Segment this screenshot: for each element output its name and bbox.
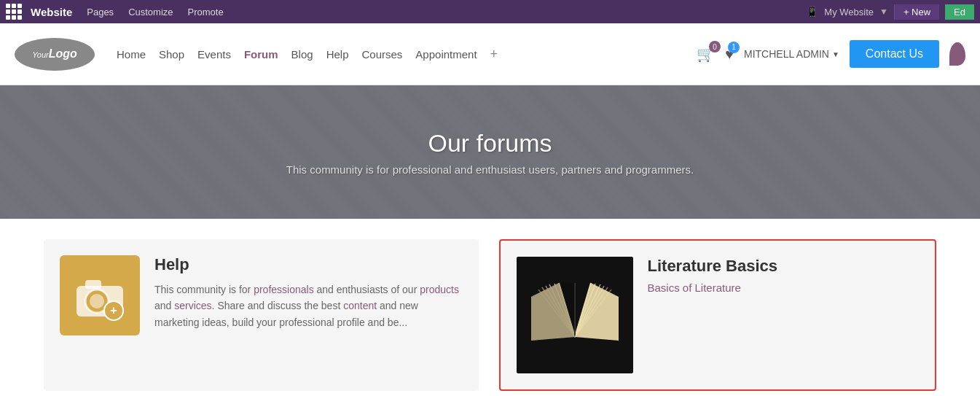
- svg-text:+: +: [110, 304, 117, 317]
- logo[interactable]: YourLogo: [15, 38, 95, 71]
- cart-icon[interactable]: 🛒 0: [697, 45, 715, 63]
- admin-user-menu[interactable]: MITCHELL ADMIN ▼: [744, 48, 839, 60]
- hero-subtitle: This community is for professional and e…: [286, 163, 694, 176]
- camera-icon: +: [71, 270, 129, 321]
- admin-nav-promote[interactable]: Promote: [182, 5, 230, 19]
- admin-user-name: MITCHELL ADMIN: [744, 48, 829, 60]
- nav-add-icon[interactable]: +: [490, 47, 498, 62]
- nav-right: 🛒 0 ♥ 1 MITCHELL ADMIN ▼ Contact Us: [697, 40, 965, 68]
- nav-appointment[interactable]: Appointment: [415, 48, 477, 61]
- hero-title: Our forums: [286, 129, 694, 158]
- svg-point-2: [90, 294, 104, 308]
- admin-brand: Website: [31, 6, 72, 18]
- nav-events[interactable]: Events: [197, 48, 231, 61]
- admin-user-chevron: ▼: [832, 50, 839, 58]
- hero-content: Our forums This community is for profess…: [286, 129, 694, 176]
- help-card-content: Help This community is for professionals…: [154, 255, 463, 330]
- forum-card-literature[interactable]: Literature Basics Basics of Literature: [499, 239, 937, 391]
- odoo-drop-icon[interactable]: [949, 42, 965, 66]
- forum-card-help[interactable]: + Help This community is for professiona…: [44, 239, 479, 391]
- admin-nav-customize[interactable]: Customize: [122, 5, 179, 19]
- logo-area[interactable]: YourLogo: [15, 38, 95, 71]
- help-icon-box: +: [60, 255, 140, 335]
- literature-card-content: Literature Basics Basics of Literature: [648, 257, 778, 295]
- nav-courses[interactable]: Courses: [361, 48, 402, 61]
- grid-menu-icon[interactable]: [6, 4, 22, 20]
- admin-nav: Pages Customize Promote: [81, 5, 229, 19]
- forum-cards-area: + Help This community is for professiona…: [0, 219, 980, 396]
- edit-button[interactable]: Ed: [945, 4, 974, 20]
- new-button[interactable]: + New: [894, 4, 939, 20]
- nav-help[interactable]: Help: [326, 48, 349, 61]
- nav-links: Home Shop Events Forum Blog Help Courses…: [117, 47, 697, 62]
- contact-us-button[interactable]: Contact Us: [850, 40, 939, 68]
- help-content-link[interactable]: content: [343, 300, 377, 311]
- help-card-title: Help: [154, 255, 463, 274]
- nav-forum[interactable]: Forum: [244, 48, 278, 61]
- wishlist-icon[interactable]: ♥ 1: [725, 46, 734, 63]
- admin-bar: Website Pages Customize Promote 📱 My Web…: [0, 0, 980, 23]
- help-card-description: This community is for professionals and …: [154, 282, 463, 330]
- admin-nav-pages[interactable]: Pages: [81, 5, 119, 19]
- mobile-icon: 📱: [806, 6, 818, 18]
- cart-badge: 0: [709, 41, 721, 53]
- hero-section: Our forums This community is for profess…: [0, 85, 980, 219]
- help-products-link[interactable]: products: [420, 284, 459, 295]
- chevron-down-icon: ▼: [879, 7, 888, 17]
- book-svg: [517, 257, 633, 373]
- main-navigation: YourLogo Home Shop Events Forum Blog Hel…: [0, 23, 980, 85]
- nav-shop[interactable]: Shop: [159, 48, 184, 61]
- nav-home[interactable]: Home: [117, 48, 146, 61]
- nav-blog[interactable]: Blog: [291, 48, 313, 61]
- help-professionals-link[interactable]: professionals: [254, 284, 314, 295]
- wishlist-badge: 1: [728, 42, 740, 53]
- svg-rect-3: [85, 280, 101, 289]
- literature-card-title: Literature Basics: [648, 257, 778, 276]
- help-services-link[interactable]: services: [174, 300, 211, 311]
- literature-basics-link[interactable]: Basics of Literature: [648, 282, 741, 294]
- logo-text: YourLogo: [32, 47, 77, 61]
- book-image: [517, 257, 633, 373]
- my-website-button[interactable]: My Website: [824, 7, 874, 18]
